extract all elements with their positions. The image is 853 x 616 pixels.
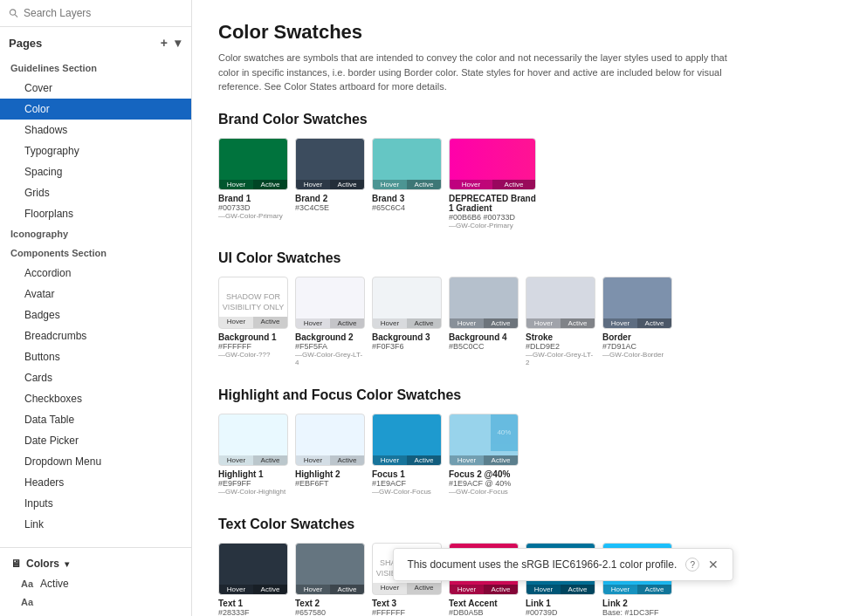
hover-state: Hover [450,455,484,465]
sidebar-item-link[interactable]: Link [0,514,191,535]
sidebar-item-cover[interactable]: Cover [0,78,191,99]
swatch-token: —GW-Color-Focus [449,488,519,496]
swatch-hex: #00B6B6 #00733D [449,213,536,222]
shadow-label: SHADOW FOR VISIBILITY ONLY [219,292,287,312]
sidebar-item-inputs[interactable]: Inputs [0,493,191,514]
swatch-bg1: SHADOW FOR VISIBILITY ONLY HoverActive B… [218,277,288,366]
hover-state: Hover [603,318,637,328]
sidebar-item-accordion[interactable]: Accordion [0,263,191,284]
sidebar-item-checkboxes[interactable]: Checkboxes [0,388,191,409]
hover-state: Hover [373,455,407,465]
sidebar-item-active[interactable]: Aa Active [0,574,191,593]
active-state: Active [407,455,441,465]
bottom-section: 🖥 Colors ▾ Aa Active Aa [0,547,191,616]
swatch-hex: #B5C0CC [449,342,519,351]
active-state: Active [407,180,441,189]
sidebar-item-color[interactable]: Color [0,99,191,120]
swatch-name: Background 1 [218,332,288,342]
svg-line-1 [15,15,17,17]
sidebar-item-avatar[interactable]: Avatar [0,284,191,305]
swatch-box-brand3: HoverActive [372,138,442,190]
swatch-name: Highlight 1 [218,469,288,479]
sidebar-item-badges[interactable]: Badges [0,305,191,325]
active-state: Active [637,585,671,594]
toast-message: This document uses the sRGB IEC61966-2.1… [407,558,677,571]
active-state: Active [484,585,518,594]
swatch-bg4: HoverActive Background 4 #B5C0CC [449,277,519,366]
hover-state: Hover [219,317,253,327]
highlight-focus-section: Highlight and Focus Color Swatches Hover… [218,387,827,496]
pages-header-icons: + ▾ [159,34,182,51]
sidebar-item-datepicker[interactable]: Date Picker [0,430,191,451]
add-page-icon[interactable]: + [159,34,169,51]
sidebar: Pages + ▾ Guidelines Section Cover Color… [0,0,192,616]
toast-close-button[interactable]: ✕ [708,558,719,572]
active-state: Active [330,318,364,328]
swatch-name: Brand 1 [218,194,288,203]
sidebar-section-iconography[interactable]: Iconography [0,224,191,243]
hover-state: Hover [296,585,330,594]
swatch-name: Text 1 [218,599,288,608]
active-state: Active [253,455,287,465]
swatch-brand2: HoverActive Brand 2 #3C4C5E [295,138,365,229]
sidebar-item-headers[interactable]: Headers [0,472,191,493]
search-input[interactable] [24,7,182,19]
sidebar-item-cards[interactable]: Cards [0,367,191,388]
swatch-box-brand1: HoverActive [218,138,288,190]
swatch-name: Text Accent [449,599,519,608]
brand-color-section: Brand Color Swatches HoverActive Brand 1… [218,112,827,229]
swatch-token: —GW-Color-Grey-LT-2 [526,351,595,366]
swatch-token: —GW-Color-??? [218,351,288,359]
text-section-title: Text Color Swatches [218,517,827,532]
sidebar-item-buttons[interactable]: Buttons [0,346,191,367]
swatch-bg2: HoverActive Background 2 #F5F5FA —GW-Col… [295,277,365,366]
swatch-highlight1: HoverActive Highlight 1 #E9F9FF —GW-Colo… [218,414,288,496]
hover-state: Hover [296,318,330,328]
sidebar-item-datatable[interactable]: Data Table [0,409,191,430]
swatch-hex: #FFFFFF [218,342,288,351]
swatch-hex: #DLD9E2 [526,342,595,351]
swatch-name: Background 2 [295,332,365,342]
swatch-box-bg1: SHADOW FOR VISIBILITY ONLY HoverActive [218,277,288,329]
swatch-name: Focus 2 @40% [449,469,519,479]
swatch-focus1: HoverActive Focus 1 #1E9ACF —GW-Color-Fo… [372,414,442,496]
swatch-box-border: HoverActive [602,277,672,329]
swatch-box-t1: HoverActive [218,543,288,595]
toast-notification: This document uses the sRGB IEC61966-2.1… [392,548,733,581]
sidebar-item-shadows[interactable]: Shadows [0,120,191,140]
swatch-box-gradient: HoverActive [449,138,536,190]
ui-section-title: UI Color Swatches [218,250,827,266]
swatch-box-stroke: HoverActive [526,277,595,329]
hover-state: Hover [373,583,407,593]
sidebar-item-spacing[interactable]: Spacing [0,161,191,182]
active-state: Active [253,585,287,594]
sidebar-section-guidelines[interactable]: Guidelines Section [0,58,191,78]
toast-help-button[interactable]: ? [685,558,699,572]
swatch-hex: #DB0A5B [449,608,519,617]
page-description: Color swatches are symbols that are inte… [218,51,742,94]
active-state: Active [492,180,535,189]
swatch-name: Border [602,332,672,342]
hover-state: Hover [296,180,330,189]
swatch-hex: #3C4C5E [295,203,365,212]
sidebar-item-dropdown[interactable]: Dropdown Menu [0,451,191,472]
swatch-name: DEPRECATED Brand 1 Gradient [449,194,536,213]
sidebar-section-components[interactable]: Components Section [0,243,191,263]
hover-state: Hover [450,318,484,328]
sidebar-item-colors[interactable]: 🖥 Colors ▾ [0,553,191,574]
hover-state: Hover [603,585,637,594]
brand-section-title: Brand Color Swatches [218,112,827,127]
swatch-hex: #EBF6FT [295,479,365,488]
sidebar-item-grids[interactable]: Grids [0,182,191,203]
active-state: Active [561,318,595,328]
monitor-icon: 🖥 [10,558,21,570]
swatch-hex: #F0F3F6 [372,342,442,351]
swatch-hex: #FFFFFF [372,608,442,617]
chevron-down-icon[interactable]: ▾ [173,34,182,51]
sidebar-item-typography[interactable]: Typography [0,140,191,161]
sidebar-item-floorplans[interactable]: Floorplans [0,203,191,224]
hover-state: Hover [526,318,561,328]
search-bar[interactable] [0,0,191,27]
sidebar-item-aa-hover[interactable]: Aa [0,593,191,611]
sidebar-item-breadcrumbs[interactable]: Breadcrumbs [0,325,191,346]
